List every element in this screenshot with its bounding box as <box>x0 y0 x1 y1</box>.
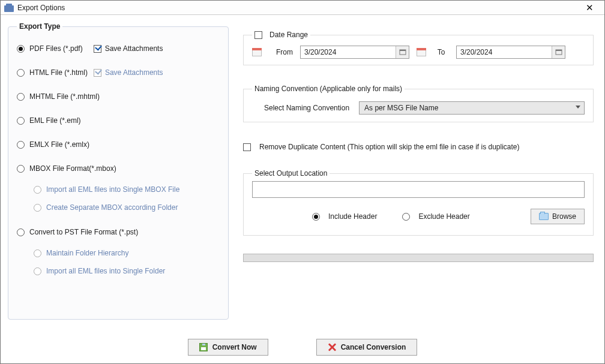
browse-button-label: Browse <box>552 212 576 221</box>
date-range-legend[interactable]: Date Range <box>252 31 310 39</box>
checkbox-remove-duplicate[interactable] <box>243 143 251 151</box>
svg-rect-1 <box>400 50 406 51</box>
radio-pst-single-label: Import all EML files into Single Folder <box>46 267 165 275</box>
to-date-dropdown-icon[interactable] <box>552 46 565 58</box>
radio-mbox[interactable] <box>17 165 25 173</box>
from-date-input[interactable]: 3/20/2024 <box>300 46 409 59</box>
checkbox-html-save-attachments-label: Save Attachments <box>105 68 163 77</box>
radio-emlx-label[interactable]: EMLX File (*.emlx) <box>29 140 89 149</box>
radio-mbox-separate-label: Create Separate MBOX according Folder <box>46 203 178 212</box>
naming-convention-label: Select Naming Convention <box>264 104 349 112</box>
checkbox-date-range[interactable] <box>254 31 262 39</box>
radio-pdf[interactable] <box>17 45 25 53</box>
radio-mbox-single <box>34 186 41 194</box>
radio-include-header[interactable] <box>312 213 320 221</box>
radio-pst-single <box>34 267 41 275</box>
to-date-input[interactable]: 3/20/2024 <box>456 46 565 59</box>
radio-pst-hierarchy-label: Maintain Folder Hierarchy <box>46 249 128 257</box>
radio-mhtml[interactable] <box>17 93 25 101</box>
checkbox-pdf-save-attachments-label[interactable]: Save Attachments <box>105 44 163 53</box>
radio-pdf-label[interactable]: PDF Files (*.pdf) <box>29 44 83 53</box>
svg-rect-3 <box>556 50 562 51</box>
export-type-fieldset: Export Type PDF Files (*.pdf) Save Attac… <box>8 22 229 320</box>
radio-exclude-header-label[interactable]: Exclude Header <box>418 212 469 221</box>
export-options-window: Export Options ✕ Export Type PDF Files (… <box>0 0 605 364</box>
output-path-input[interactable] <box>252 181 585 198</box>
app-icon <box>4 4 14 12</box>
close-button[interactable]: ✕ <box>577 1 602 14</box>
chevron-down-icon <box>576 106 580 109</box>
checkbox-pdf-save-attachments[interactable] <box>94 45 101 53</box>
convert-now-label: Convert Now <box>212 343 257 351</box>
calendar-icon <box>417 48 426 56</box>
convert-now-button[interactable]: Convert Now <box>188 339 268 356</box>
cancel-conversion-button[interactable]: Cancel Conversion <box>316 339 418 356</box>
radio-mbox-single-label: Import all EML files into Single MBOX Fi… <box>46 185 179 194</box>
radio-eml[interactable] <box>17 117 25 125</box>
titlebar: Export Options ✕ <box>1 1 604 15</box>
date-range-fieldset: Date Range From 3/20/2024 To 3/20/2024 <box>243 31 594 65</box>
content-area: Export Type PDF Files (*.pdf) Save Attac… <box>1 15 604 335</box>
radio-mbox-separate <box>34 204 41 212</box>
folder-icon <box>539 213 549 220</box>
radio-include-header-label[interactable]: Include Header <box>328 212 377 221</box>
naming-convention-selected: As per MSG File Name <box>364 104 438 112</box>
output-location-legend: Select Output Location <box>252 169 330 178</box>
from-date-value: 3/20/2024 <box>301 48 396 56</box>
from-label: From <box>269 48 293 56</box>
radio-mhtml-label[interactable]: MHTML File (*.mhtml) <box>29 92 100 101</box>
naming-convention-legend: Naming Convention (Applicable only for m… <box>252 85 405 93</box>
naming-convention-fieldset: Naming Convention (Applicable only for m… <box>243 85 594 122</box>
save-icon <box>199 343 208 351</box>
window-title: Export Options <box>17 4 65 12</box>
cancel-conversion-label: Cancel Conversion <box>341 343 406 351</box>
footer: Convert Now Cancel Conversion <box>1 335 604 363</box>
naming-convention-select[interactable]: As per MSG File Name <box>359 101 585 115</box>
to-label: To <box>433 48 449 56</box>
radio-eml-label[interactable]: EML File (*.eml) <box>29 116 81 125</box>
radio-mbox-label[interactable]: MBOX File Format(*.mbox) <box>29 164 116 173</box>
checkbox-html-save-attachments <box>94 69 101 77</box>
radio-html[interactable] <box>17 69 25 77</box>
radio-pst[interactable] <box>17 228 25 236</box>
to-date-value: 3/20/2024 <box>457 48 552 56</box>
close-icon <box>328 343 336 351</box>
radio-html-label[interactable]: HTML File (*.html) <box>29 68 88 77</box>
export-type-legend: Export Type <box>17 22 62 31</box>
output-location-fieldset: Select Output Location Include Header Ex… <box>243 169 594 236</box>
radio-pst-label[interactable]: Convert to PST File Format (*.pst) <box>29 228 138 236</box>
radio-emlx[interactable] <box>17 141 25 149</box>
checkbox-remove-duplicate-label[interactable]: Remove Duplicate Content (This option wi… <box>259 143 520 151</box>
browse-button[interactable]: Browse <box>531 209 585 224</box>
radio-exclude-header[interactable] <box>402 213 410 221</box>
right-pane: Date Range From 3/20/2024 To 3/20/2024 <box>229 22 596 329</box>
calendar-icon <box>252 48 262 56</box>
from-date-dropdown-icon[interactable] <box>396 46 409 58</box>
date-range-legend-label[interactable]: Date Range <box>269 31 308 39</box>
progress-bar <box>243 254 594 262</box>
radio-pst-hierarchy <box>34 249 41 257</box>
